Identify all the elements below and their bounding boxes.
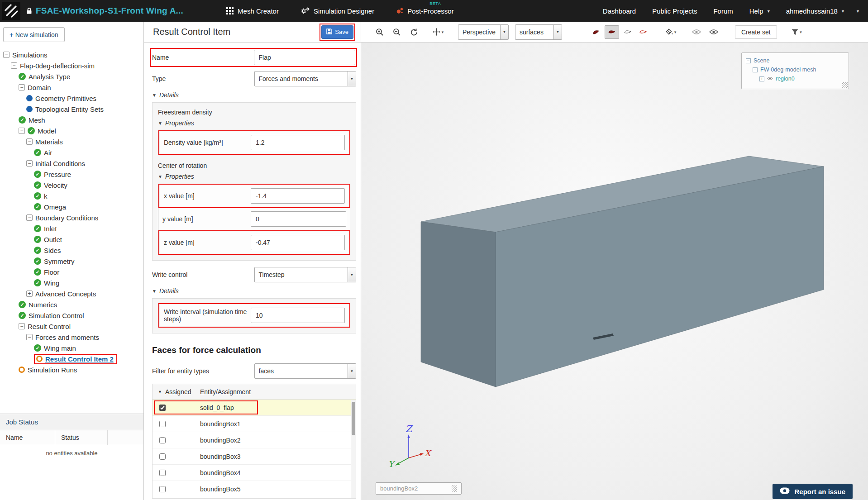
assignment-checkbox[interactable] xyxy=(159,453,166,460)
assignment-checkbox[interactable] xyxy=(159,421,166,427)
tree-item-inlet[interactable]: ✓Inlet xyxy=(0,223,143,234)
tree-item-outlet[interactable]: ✓Outlet xyxy=(0,234,143,245)
collapse-icon[interactable]: − xyxy=(753,67,758,72)
collapse-icon[interactable]: − xyxy=(26,160,33,167)
collapse-icon[interactable]: − xyxy=(26,214,33,221)
collapse-icon[interactable]: − xyxy=(26,334,33,340)
scene-tree-region[interactable]: + region0 xyxy=(746,74,844,83)
assignment-checkbox[interactable] xyxy=(159,486,166,492)
name-input[interactable] xyxy=(254,50,356,65)
resize-grip[interactable] xyxy=(452,485,457,492)
resize-grip[interactable] xyxy=(842,82,848,88)
assignment-checkbox[interactable] xyxy=(159,470,166,476)
assignment-row-boundingbox1[interactable]: boundingBox1 xyxy=(153,416,356,432)
collapse-icon[interactable]: − xyxy=(19,323,25,329)
nav-simulation-designer[interactable]: Simulation Designer xyxy=(300,7,374,15)
details-toggle[interactable]: ▼ Details xyxy=(152,287,356,295)
show-selection-button[interactable] xyxy=(706,25,721,39)
paint-bucket-button[interactable]: ▾ xyxy=(660,25,682,39)
tree-item-wing-main[interactable]: ✓Wing main xyxy=(0,343,143,353)
nav-post-processor[interactable]: BETAPost-Processor xyxy=(396,7,454,15)
collapse-icon[interactable]: − xyxy=(19,128,25,134)
density-input[interactable] xyxy=(251,135,345,150)
tree-item-materials[interactable]: −Materials xyxy=(0,136,143,147)
nav-mesh-creator[interactable]: Mesh Creator xyxy=(226,7,279,15)
assignment-row-solid-0-flap[interactable]: solid_0_flap xyxy=(153,400,356,416)
zoom-in-button[interactable] xyxy=(372,25,387,39)
tree-item-result-control-item-2[interactable]: Result Control Item 2 xyxy=(0,353,143,364)
refresh-view-button[interactable] xyxy=(406,25,422,39)
tree-item-k[interactable]: ✓k xyxy=(0,190,143,201)
zoom-out-button[interactable] xyxy=(389,25,405,39)
collapse-icon[interactable]: − xyxy=(26,138,33,145)
tree-item-mesh[interactable]: ✓Mesh xyxy=(0,114,143,125)
assignment-row-boundingbox3[interactable]: boundingBox3 xyxy=(153,448,356,465)
write-interval-input[interactable] xyxy=(251,308,345,323)
new-simulation-button[interactable]: + New simulation xyxy=(3,27,65,42)
table-scrollbar[interactable] xyxy=(351,400,356,498)
expand-icon[interactable]: + xyxy=(759,76,764,81)
tree-item-omega[interactable]: ✓Omega xyxy=(0,201,143,212)
collapse-icon[interactable]: − xyxy=(19,84,25,90)
wing-view-1-button[interactable] xyxy=(589,25,603,39)
sort-triangle-icon[interactable]: ▼ xyxy=(158,390,162,394)
tree-item-numerics[interactable]: ✓Numerics xyxy=(0,299,143,310)
x-value-input[interactable] xyxy=(251,188,345,204)
properties-toggle[interactable]: ▼ Properties xyxy=(158,119,350,127)
y-value-input[interactable] xyxy=(251,211,346,227)
mesh-bounding-box-model[interactable] xyxy=(361,43,868,500)
scrollbar-thumb[interactable] xyxy=(352,402,355,435)
collapse-icon[interactable]: − xyxy=(3,52,10,58)
wing-view-4-button[interactable] xyxy=(636,25,650,39)
expand-icon[interactable]: + xyxy=(26,290,33,297)
tree-item-wing[interactable]: ✓Wing xyxy=(0,277,143,288)
tree-item-analysis-type[interactable]: ✓Analysis Type xyxy=(0,71,143,82)
z-value-input[interactable] xyxy=(251,235,345,250)
projection-select[interactable]: Perspective ▼ xyxy=(458,24,509,40)
filter-button[interactable]: ▾ xyxy=(786,25,808,39)
assignment-checkbox[interactable] xyxy=(159,405,166,411)
collapse-icon[interactable]: − xyxy=(746,58,751,63)
tree-item-simulation-control[interactable]: ✓Simulation Control xyxy=(0,310,143,321)
wing-view-2-button[interactable] xyxy=(605,25,619,39)
tree-item-initial-conditions[interactable]: −Initial Conditions xyxy=(0,158,143,169)
tree-item-geometry-primitives[interactable]: Geometry Primitives xyxy=(0,93,143,104)
pan-tool-button[interactable]: ▾ xyxy=(427,25,449,39)
tree-item-pressure[interactable]: ✓Pressure xyxy=(0,169,143,180)
entity-filter-select[interactable]: faces ▼ xyxy=(254,363,357,379)
tree-item-boundary-conditions[interactable]: −Boundary Conditions xyxy=(0,212,143,223)
tree-item-sides[interactable]: ✓Sides xyxy=(0,245,143,256)
tree-item-simulation-runs[interactable]: Simulation Runs xyxy=(0,364,143,375)
assignment-row-boundingbox4[interactable]: boundingBox4 xyxy=(153,465,356,481)
type-select[interactable]: Forces and moments ▼ xyxy=(254,71,357,86)
assignment-row-boundingbox2[interactable]: boundingBox2 xyxy=(153,432,356,448)
nav-public-projects[interactable]: Public Projects xyxy=(652,7,697,15)
tree-item-advanced-concepts[interactable]: +Advanced Concepts xyxy=(0,288,143,299)
simscale-logo[interactable] xyxy=(2,2,20,20)
tree-item-symmetry[interactable]: ✓Symmetry xyxy=(0,256,143,267)
tree-item-forces-and-moments[interactable]: −Forces and moments xyxy=(0,332,143,343)
hide-selection-button[interactable] xyxy=(689,25,704,39)
tree-item-model[interactable]: −✓Model xyxy=(0,125,143,136)
nav-dashboard[interactable]: Dashboard xyxy=(603,7,636,15)
details-toggle[interactable]: ▼ Details xyxy=(152,91,356,99)
render-mode-select[interactable]: surfaces ▼ xyxy=(515,24,562,40)
tree-item-velocity[interactable]: ✓Velocity xyxy=(0,180,143,190)
write-control-select[interactable]: Timestep ▼ xyxy=(254,267,357,282)
tree-item-result-control[interactable]: −Result Control xyxy=(0,321,143,332)
chevron-down-icon[interactable]: ▾ xyxy=(857,9,859,14)
nav-ahmedhussain18[interactable]: ahmedhussain18▾ xyxy=(786,7,844,15)
collapse-icon[interactable]: − xyxy=(11,62,17,69)
viewport-canvas[interactable]: − Scene − FW-0deg-model mesh + region0 xyxy=(361,43,868,500)
tree-item-domain[interactable]: −Domain xyxy=(0,82,143,93)
save-button[interactable]: Save xyxy=(321,25,353,39)
wing-view-3-button[interactable] xyxy=(621,25,634,39)
tree-item-topological-entity-sets[interactable]: Topological Entity Sets xyxy=(0,104,143,114)
tree-item-floor[interactable]: ✓Floor xyxy=(0,267,143,277)
nav-forum[interactable]: Forum xyxy=(713,7,733,15)
nav-help[interactable]: Help▾ xyxy=(749,7,770,15)
properties-toggle[interactable]: ▼ Properties xyxy=(158,173,350,180)
report-issue-button[interactable]: Report an issue xyxy=(773,484,853,499)
scene-tree-root[interactable]: − Scene xyxy=(746,56,844,65)
assignment-checkbox[interactable] xyxy=(159,437,166,443)
